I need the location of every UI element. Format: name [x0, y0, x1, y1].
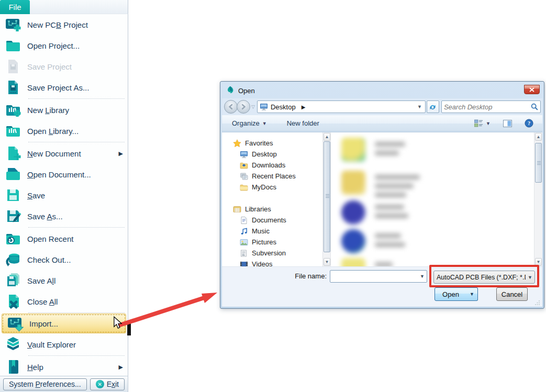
recent-pages-chevron-icon[interactable]: ▽ — [251, 104, 255, 109]
sidebar-item-libraries[interactable]: Libraries — [222, 204, 322, 215]
navigation-bar: ▽ Desktop ▶ ▼ — [222, 98, 542, 115]
file-type-combo[interactable]: AutoCAD PCB Files (*.DXF; *.DV ▼ — [433, 271, 535, 284]
menu-item-help[interactable]: Help▶ — [0, 356, 128, 376]
sidebar-item-mydocs[interactable]: MyDocs — [222, 182, 322, 193]
open-recent-icon — [4, 230, 22, 248]
menu-item-save[interactable]: Save — [0, 185, 128, 206]
preview-pane-button[interactable] — [499, 118, 516, 129]
menu-item-label: Close All — [27, 297, 58, 306]
file-list-scrollbar[interactable]: ▲ ▼ — [534, 132, 542, 266]
sidebar-item-label: Favorites — [245, 139, 273, 147]
file-list-item-blurred[interactable] — [341, 138, 405, 162]
menu-item-label: Check Out... — [27, 255, 71, 264]
address-bar[interactable]: Desktop ▶ ▼ — [257, 100, 426, 113]
file-type-value: AutoCAD PCB Files (*.DXF; *.DV — [434, 274, 526, 281]
sidebar-item-documents[interactable]: Documents — [222, 215, 322, 226]
file-icon-blurred — [341, 258, 365, 266]
system-preferences-button[interactable]: System Preferences... — [3, 378, 87, 390]
sidebar-item-desktop[interactable]: Desktop — [222, 149, 322, 160]
menu-item-save-as[interactable]: Save As... — [0, 206, 128, 227]
address-dropdown-icon[interactable]: ▼ — [417, 104, 423, 109]
sidebar-item-label: MyDocs — [252, 183, 276, 191]
sidebar-item-favorites[interactable]: Favorites — [222, 138, 322, 149]
sidebar-item-pictures[interactable]: Pictures — [222, 237, 322, 248]
refresh-button[interactable] — [427, 100, 439, 113]
sidebar-scrollbar[interactable]: ▲ ▼ — [322, 132, 331, 266]
menu-item-open-recent[interactable]: Open Recent — [0, 228, 128, 249]
help-icon — [4, 358, 22, 376]
menu-item-save-all[interactable]: Save All — [0, 270, 128, 291]
vault-explorer-icon — [4, 335, 22, 353]
breadcrumb-arrow-icon[interactable]: ▶ — [302, 104, 306, 110]
menu-item-new-pcb-project[interactable]: New PCB Project — [0, 14, 128, 35]
resize-grip[interactable] — [535, 300, 540, 305]
cancel-button[interactable]: Cancel — [496, 287, 528, 301]
file-menu-tab[interactable]: File — [0, 0, 30, 14]
scroll-down-icon[interactable]: ▼ — [535, 258, 542, 266]
menu-separator — [28, 227, 125, 228]
menu-item-close-all[interactable]: Close All — [0, 291, 128, 312]
sidebar-item-recent-places[interactable]: Recent Places — [222, 171, 322, 182]
address-location[interactable]: Desktop — [271, 103, 296, 111]
open-dialog: Open ▽ Desktop ▶ ▼ — [220, 81, 544, 309]
desktop-icon — [240, 150, 248, 159]
menu-item-open-library[interactable]: Open Library... — [0, 120, 128, 141]
scrollbar-thumb[interactable] — [324, 141, 330, 252]
close-button[interactable] — [524, 85, 540, 94]
exit-button[interactable]: ✕ Exit — [90, 378, 125, 390]
menu-item-label: Open Document... — [27, 170, 91, 179]
scroll-down-icon[interactable]: ▼ — [324, 258, 330, 266]
open-split-dropdown[interactable]: ▼ — [466, 287, 478, 301]
menu-item-open-project[interactable]: Open Project... — [0, 35, 128, 56]
file-name-dropdown-icon[interactable]: ▼ — [418, 271, 427, 282]
sidebar-item-music[interactable]: Music — [222, 226, 322, 237]
menu-item-vault-explorer[interactable]: Vault Explorer — [0, 334, 128, 355]
menu-item-save-project: Save Project — [0, 56, 128, 77]
save-icon — [4, 186, 22, 204]
organize-button[interactable]: Organize ▼ — [228, 118, 271, 129]
file-name-combo[interactable]: ▼ — [330, 270, 427, 283]
save-project-as-icon — [4, 79, 22, 96]
subversion-icon — [240, 249, 248, 257]
search-box[interactable] — [441, 100, 541, 113]
sidebar-item-downloads[interactable]: Downloads — [222, 160, 322, 171]
help-button[interactable]: ? — [521, 117, 537, 129]
open-button[interactable]: Open — [434, 287, 467, 301]
menu-item-save-project-as[interactable]: Save Project As... — [0, 77, 128, 98]
file-menu-footer: System Preferences... ✕ Exit — [0, 376, 128, 392]
close-icon — [529, 87, 534, 92]
file-list-item-blurred[interactable] — [341, 229, 405, 253]
scroll-up-icon[interactable]: ▲ — [535, 133, 542, 141]
scroll-up-icon[interactable]: ▲ — [324, 133, 330, 141]
new-library-icon — [4, 101, 22, 119]
file-label-blurred — [375, 258, 393, 266]
change-view-button[interactable]: ▼ — [471, 118, 494, 129]
menu-item-new-document[interactable]: New Document▶ — [0, 143, 128, 164]
file-list[interactable] — [331, 132, 534, 266]
sidebar-item-videos[interactable]: Videos — [222, 259, 322, 266]
menu-item-check-out[interactable]: Check Out... — [0, 249, 128, 270]
menu-item-open-document[interactable]: Open Document... — [0, 164, 128, 185]
file-list-item-blurred[interactable] — [341, 200, 408, 225]
scrollbar-thumb[interactable] — [535, 143, 542, 183]
back-icon — [228, 104, 234, 110]
forward-button[interactable] — [237, 100, 250, 114]
file-type-dropdown-icon[interactable]: ▼ — [526, 271, 534, 283]
menu-item-new-library[interactable]: New Library — [0, 99, 128, 120]
search-input[interactable] — [444, 103, 531, 111]
new-folder-button[interactable]: New folder — [283, 118, 323, 129]
search-icon[interactable] — [531, 103, 538, 110]
open-document-icon — [4, 165, 22, 183]
back-button[interactable] — [224, 100, 238, 114]
sidebar-item-label: Pictures — [252, 238, 276, 246]
file-icon-blurred — [341, 171, 365, 195]
menu-item-import[interactable]: Import... — [2, 313, 126, 333]
file-name-input[interactable] — [330, 273, 418, 281]
dialog-title-bar[interactable]: Open — [222, 83, 542, 98]
sidebar-item-subversion[interactable]: Subversion — [222, 248, 322, 259]
open-project-icon — [4, 37, 22, 54]
file-list-item-blurred[interactable] — [341, 258, 393, 266]
file-list-item-blurred[interactable] — [341, 171, 420, 201]
file-label-blurred — [375, 138, 405, 160]
menu-item-label: New Library — [27, 106, 69, 115]
